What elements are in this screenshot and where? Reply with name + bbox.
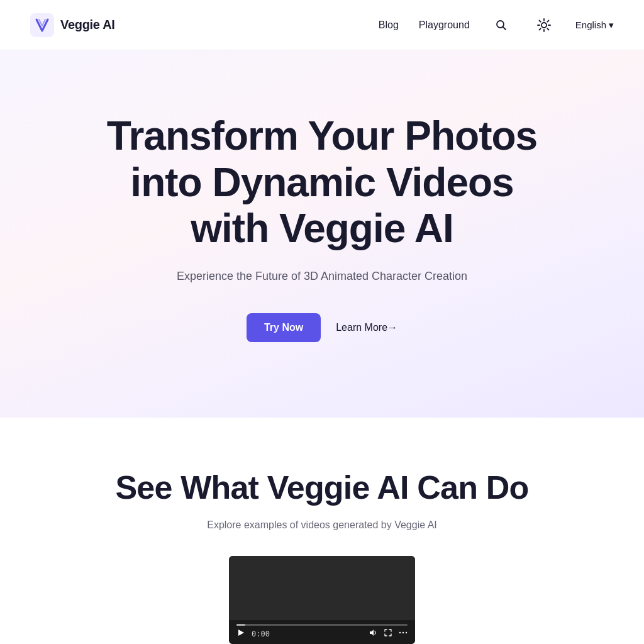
chevron-down-icon: ▾: [609, 19, 614, 31]
svg-marker-13: [370, 630, 374, 636]
svg-point-16: [406, 632, 407, 633]
svg-marker-12: [238, 630, 244, 636]
logo-area: Veggie AI: [30, 13, 115, 37]
svg-point-3: [541, 23, 547, 28]
video-volume-button[interactable]: [369, 628, 377, 639]
try-now-button[interactable]: Try Now: [247, 313, 321, 342]
demo-subtitle: Explore examples of videos generated by …: [30, 519, 614, 531]
hero-actions: Try Now Learn More→: [247, 313, 397, 342]
navbar: Veggie AI Blog Playground: [0, 0, 644, 50]
video-play-button[interactable]: [236, 628, 245, 639]
theme-toggle-button[interactable]: [533, 14, 555, 36]
hero-section: Transform Your Photos into Dynamic Video…: [0, 50, 644, 418]
language-selector[interactable]: English ▾: [575, 19, 614, 31]
nav-playground[interactable]: Playground: [419, 19, 470, 31]
demo-title: See What Veggie AI Can Do: [30, 468, 614, 507]
search-icon: [495, 19, 508, 31]
svg-line-9: [547, 28, 548, 30]
demo-section: See What Veggie AI Can Do Explore exampl…: [0, 418, 644, 644]
nav-blog[interactable]: Blog: [379, 19, 399, 31]
video-fullscreen-button[interactable]: [384, 628, 392, 639]
learn-more-button[interactable]: Learn More→: [336, 322, 397, 333]
video-player[interactable]: 0:00: [229, 556, 415, 644]
svg-line-10: [547, 20, 548, 21]
play-icon: [236, 628, 245, 637]
language-label: English: [575, 19, 606, 30]
svg-line-2: [502, 26, 506, 30]
svg-line-8: [539, 20, 540, 21]
sun-icon: [537, 18, 551, 32]
logo-icon: [30, 13, 54, 37]
volume-icon: [369, 628, 377, 637]
hero-title: Transform Your Photos into Dynamic Video…: [96, 113, 548, 252]
video-progress-fill: [236, 624, 245, 626]
more-icon: [399, 628, 408, 637]
nav-links: Blog Playground English ▾: [379, 14, 614, 36]
svg-point-15: [402, 632, 404, 633]
svg-line-11: [539, 28, 540, 30]
video-controls: 0:00: [229, 620, 415, 644]
video-content: [229, 556, 415, 620]
svg-point-14: [399, 632, 401, 633]
search-button[interactable]: [490, 14, 513, 36]
video-progress-bar[interactable]: [236, 624, 408, 626]
video-controls-row: 0:00: [236, 628, 408, 639]
video-timestamp: 0:00: [252, 630, 270, 638]
fullscreen-icon: [384, 628, 392, 637]
logo-text: Veggie AI: [60, 18, 115, 32]
hero-subtitle: Experience the Future of 3D Animated Cha…: [177, 270, 467, 283]
video-more-button[interactable]: [399, 628, 408, 639]
